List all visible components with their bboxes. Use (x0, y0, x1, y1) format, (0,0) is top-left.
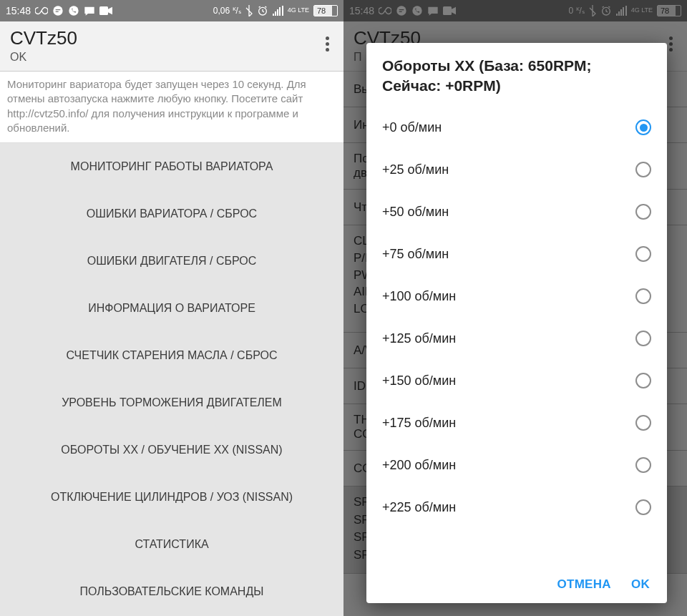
app-bar: CVTz50 OK (0, 21, 344, 72)
video-icon (99, 6, 112, 15)
radio-icon (635, 288, 651, 304)
chat-icon (52, 5, 64, 16)
rpm-option-label: +25 об/мин (382, 162, 449, 177)
status-bar: 15:48 0,06 ᴷ/ₛ 4G LTE 78 (0, 0, 344, 21)
app-title: CVTz50 (10, 27, 77, 49)
menu-item[interactable]: УРОВЕНЬ ТОРМОЖЕНИЯ ДВИГАТЕЛЕМ (0, 379, 344, 426)
rpm-option[interactable]: +50 об/мин (366, 191, 667, 233)
main-menu: МОНИТОРИНГ РАБОТЫ ВАРИАТОРАОШИБКИ ВАРИАТ… (0, 143, 344, 616)
radio-icon (635, 373, 651, 388)
infinity-icon (35, 6, 48, 15)
rpm-dialog: Обороты ХХ (База: 650RPM; Сейчас: +0RPM)… (366, 43, 667, 603)
svg-point-1 (69, 6, 78, 15)
rpm-option-label: +175 об/мин (382, 416, 456, 431)
dialog-actions: ОТМЕНА OK (366, 567, 667, 603)
radio-icon (635, 204, 651, 220)
rpm-option-label: +200 об/мин (382, 458, 456, 473)
viber-icon (68, 5, 79, 16)
dialog-options: +0 об/мин+25 об/мин+50 об/мин+75 об/мин+… (366, 107, 667, 567)
radio-icon (635, 162, 651, 177)
status-time: 15:48 (6, 5, 31, 16)
rpm-option[interactable]: +125 об/мин (366, 318, 667, 360)
menu-item[interactable]: МОНИТОРИНГ РАБОТЫ ВАРИАТОРА (0, 143, 344, 190)
rpm-option-label: +0 об/мин (382, 120, 442, 135)
rpm-option-label: +225 об/мин (382, 500, 456, 515)
rpm-option[interactable]: +75 об/мин (366, 233, 667, 275)
svg-rect-2 (99, 6, 108, 15)
rpm-option[interactable]: +25 об/мин (366, 149, 667, 191)
menu-item[interactable]: ОТКЛЮЧЕНИЕ ЦИЛИНДРОВ / УОЗ (NISSAN) (0, 474, 344, 521)
radio-icon (635, 415, 651, 431)
info-text: Мониторинг вариатора будет запущен через… (0, 72, 344, 143)
rpm-option-label: +100 об/мин (382, 289, 456, 304)
rpm-option[interactable]: +0 об/мин (366, 107, 667, 149)
battery-icon: 78 (313, 5, 338, 16)
rpm-option[interactable]: +100 об/мин (366, 275, 667, 318)
alarm-icon (257, 5, 268, 16)
phone-left: 15:48 0,06 ᴷ/ₛ 4G LTE 78 CVTz50 OK (0, 0, 344, 616)
rpm-option[interactable]: +225 об/мин (366, 487, 667, 529)
cancel-button[interactable]: ОТМЕНА (557, 577, 610, 592)
rpm-option-label: +50 об/мин (382, 205, 449, 220)
radio-icon (635, 246, 651, 262)
rpm-option[interactable]: +150 об/мин (366, 360, 667, 402)
dialog-title: Обороты ХХ (База: 650RPM; Сейчас: +0RPM) (366, 43, 667, 107)
ok-button[interactable]: OK (631, 577, 650, 592)
menu-item[interactable]: ОШИБКИ ДВИГАТЕЛЯ / СБРОС (0, 238, 344, 285)
rpm-option[interactable]: +175 об/мин (366, 402, 667, 444)
overflow-menu-button[interactable] (321, 27, 333, 61)
radio-icon (635, 119, 651, 135)
rpm-option-label: +150 об/мин (382, 373, 456, 388)
radio-icon (635, 331, 651, 346)
app-subtitle: OK (10, 51, 77, 64)
menu-item[interactable]: СЧЕТЧИК СТАРЕНИЯ МАСЛА / СБРОС (0, 332, 344, 379)
rpm-option-label: +125 об/мин (382, 331, 456, 346)
radio-icon (635, 499, 651, 515)
svg-point-0 (53, 6, 62, 15)
rpm-option-label: +75 об/мин (382, 247, 449, 262)
menu-item[interactable]: ОБОРОТЫ ХХ / ОБУЧЕНИЕ ХХ (NISSAN) (0, 426, 344, 474)
menu-item[interactable]: ОШИБКИ ВАРИАТОРА / СБРОС (0, 190, 344, 238)
status-netspeed: 0,06 ᴷ/ₛ (213, 6, 241, 16)
message-icon (84, 6, 95, 16)
menu-item[interactable]: ПОЛЬЗОВАТЕЛЬСКИЕ КОМАНДЫ (0, 568, 344, 615)
signal-icon (273, 6, 283, 16)
menu-item[interactable]: СТАТИСТИКА (0, 521, 344, 568)
rpm-option[interactable]: +200 об/мин (366, 444, 667, 487)
status-4g: 4G LTE (288, 8, 309, 13)
radio-icon (635, 457, 651, 473)
menu-item[interactable]: ИНФОРМАЦИЯ О ВАРИАТОРЕ (0, 285, 344, 332)
phone-right: 15:48 0 ᴷ/ₛ 4G LTE 78 CVTz50 П ВьИ (344, 0, 687, 616)
bluetooth-icon (245, 5, 253, 16)
